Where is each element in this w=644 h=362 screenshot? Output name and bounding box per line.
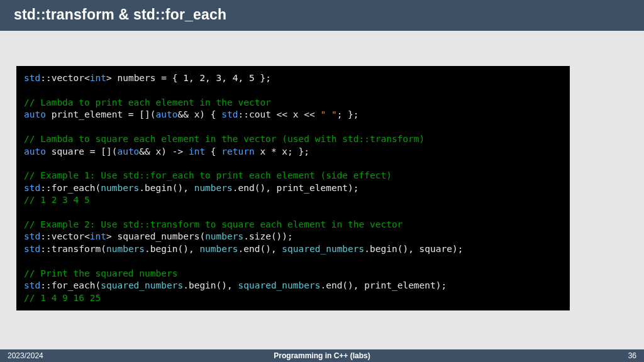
code-token: " " [320,109,336,119]
code-token: ::vector< [40,231,90,241]
code-token: > squared_numbers( [106,231,205,241]
code-token: squared_numbers [282,244,364,254]
code-token: ::for_each( [40,280,101,290]
slide: std::transform & std::for_each std::vect… [0,0,644,362]
slide-title: std::transform & std::for_each [0,0,644,31]
code-token: std [24,231,40,241]
slide-content: std::vector<int> numbers = { 1, 2, 3, 4,… [0,31,644,310]
code-token: print_element = []( [46,109,156,119]
code-comment: // Lambda to square each element in the … [24,134,425,144]
code-token: x * x; }; [255,146,309,156]
code-token: std [24,73,40,83]
code-token: .begin(), [139,183,194,193]
code-token: ; }; [337,109,359,119]
code-token: numbers [199,244,238,254]
code-token: auto [24,146,46,156]
code-token: auto [117,146,139,156]
code-comment: // Example 1: Use std::for_each to print… [24,170,392,180]
code-token: numbers [106,244,145,254]
code-token: square = []( [46,146,118,156]
code-token: std [24,244,40,254]
code-token: std [24,183,40,193]
code-token: squared_numbers [101,280,183,290]
code-block: std::vector<int> numbers = { 1, 2, 3, 4,… [16,66,570,310]
code-token: return [221,146,254,156]
code-token: { [205,146,221,156]
code-token: auto [24,109,46,119]
code-comment: // Example 2: Use std::transform to squa… [24,219,402,229]
code-token: ::cout << x << [238,109,321,119]
code-token: > numbers = { 1, 2, 3, 4, 5 }; [106,73,271,83]
code-token: .begin(), [145,244,199,254]
code-token: .begin(), square); [364,244,463,254]
code-token: ::for_each( [40,183,101,193]
code-token: .end(), [238,244,282,254]
code-token: std [24,280,40,290]
footer-year: 2023/2024 [8,351,43,360]
code-token: && x) { [177,109,221,119]
slide-footer: 2023/2024 Programming in C++ (labs) 36 [0,349,644,362]
code-token: ::transform( [40,244,106,254]
code-token: numbers [205,231,243,241]
code-comment: // Print the squared numbers [24,268,177,278]
code-token: int [90,73,106,83]
code-comment: // Lambda to print each element in the v… [24,97,271,107]
code-token: .end(), print_element); [233,183,359,193]
code-token: ::vector< [40,73,90,83]
code-token: numbers [194,183,233,193]
code-token: .size()); [243,231,293,241]
code-token: int [90,231,106,241]
code-token: && x) -> [139,146,189,156]
code-token: std [221,109,238,119]
code-token: .begin(), [183,280,238,290]
code-token: int [189,146,205,156]
code-token: numbers [101,183,139,193]
code-comment: // 1 2 3 4 5 [24,195,90,205]
code-token: auto [156,109,178,119]
footer-course: Programming in C++ (labs) [0,351,644,360]
footer-page: 36 [628,351,636,360]
code-token: .end(), print_element); [320,280,447,290]
code-token: squared_numbers [238,280,321,290]
code-comment: // 1 4 9 16 25 [24,293,101,303]
